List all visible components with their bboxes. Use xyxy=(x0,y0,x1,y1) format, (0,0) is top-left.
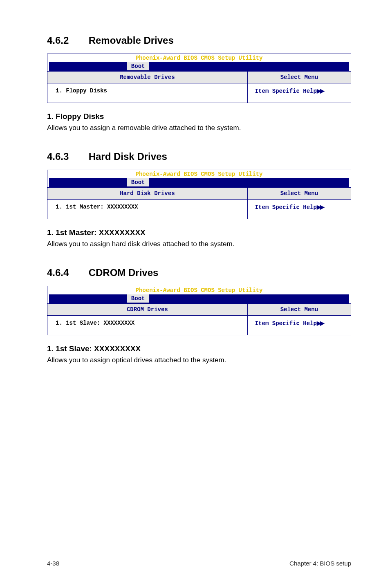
help-label: Item Specific Help xyxy=(255,88,317,94)
bios-tab-boot: Boot xyxy=(127,294,149,303)
bios-right-column: Select Menu Item Specific Help▶▶ xyxy=(248,72,351,103)
arrows-icon: ▶▶ xyxy=(317,204,323,210)
section-heading: 4.6.3 Hard Disk Drives xyxy=(47,151,351,162)
bios-columns: Removable Drives 1. Floppy Disks Select … xyxy=(47,71,351,103)
bios-columns: Hard Disk Drives 1. 1st Master: XXXXXXXX… xyxy=(47,187,351,219)
description-text: Allows you to assign a removable drive a… xyxy=(47,123,351,133)
help-label: Item Specific Help xyxy=(255,320,317,327)
bios-right-header: Select Menu xyxy=(248,304,351,316)
bios-left-body: 1. 1st Slave: XXXXXXXXX xyxy=(47,316,247,334)
bios-right-header: Select Menu xyxy=(248,188,351,200)
chapter-label: Chapter 4: BIOS setup xyxy=(289,560,351,567)
bios-utility-title: Phoenix-Award BIOS CMOS Setup Utility xyxy=(47,170,351,177)
help-label: Item Specific Help xyxy=(255,204,317,211)
description-text: Allows you to assign optical drives atta… xyxy=(47,356,351,365)
bios-left-body: 1. Floppy Disks xyxy=(47,83,247,102)
bios-tab-boot: Boot xyxy=(127,178,149,186)
bios-screenshot-removable: Phoenix-Award BIOS CMOS Setup Utility Bo… xyxy=(47,54,351,103)
bios-tab-boot: Boot xyxy=(127,62,149,70)
section-number: 4.6.3 xyxy=(47,151,86,162)
page-footer: 4-38 Chapter 4: BIOS setup xyxy=(47,558,351,567)
bios-tab-row: Boot xyxy=(49,178,349,187)
bios-left-body: 1. 1st Master: XXXXXXXXX xyxy=(47,200,247,218)
section-title: CDROM Drives xyxy=(89,267,159,278)
section-heading: 4.6.4 CDROM Drives xyxy=(47,267,351,278)
bios-right-body: Item Specific Help▶▶ xyxy=(248,83,351,103)
page-number: 4-38 xyxy=(47,560,59,567)
bios-left-header: Hard Disk Drives xyxy=(47,188,247,200)
bios-right-body: Item Specific Help▶▶ xyxy=(248,200,351,219)
sub-heading: 1. Floppy Disks xyxy=(47,112,351,121)
bios-columns: CDROM Drives 1. 1st Slave: XXXXXXXXX Sel… xyxy=(47,303,351,335)
description-text: Allows you to assign hard disk drives at… xyxy=(47,240,351,249)
section-number: 4.6.4 xyxy=(47,267,86,278)
section-number: 4.6.2 xyxy=(47,35,86,46)
bios-tab-row: Boot xyxy=(49,62,349,71)
bios-utility-title: Phoenix-Award BIOS CMOS Setup Utility xyxy=(47,286,351,294)
bios-right-column: Select Menu Item Specific Help▶▶ xyxy=(248,304,351,335)
bios-left-column: Hard Disk Drives 1. 1st Master: XXXXXXXX… xyxy=(47,188,248,219)
section-heading: 4.6.2 Removable Drives xyxy=(47,35,351,46)
bios-right-header: Select Menu xyxy=(248,72,351,83)
section-title: Hard Disk Drives xyxy=(89,151,167,162)
arrows-icon: ▶▶ xyxy=(317,320,323,326)
bios-left-column: Removable Drives 1. Floppy Disks xyxy=(47,72,248,103)
bios-left-header: CDROM Drives xyxy=(47,304,247,316)
bios-utility-title: Phoenix-Award BIOS CMOS Setup Utility xyxy=(47,54,351,61)
arrows-icon: ▶▶ xyxy=(317,88,323,94)
bios-left-header: Removable Drives xyxy=(47,72,247,83)
sub-heading: 1. 1st Slave: XXXXXXXXX xyxy=(47,344,351,353)
sub-heading: 1. 1st Master: XXXXXXXXX xyxy=(47,228,351,237)
bios-tab-row: Boot xyxy=(49,294,349,303)
bios-right-column: Select Menu Item Specific Help▶▶ xyxy=(248,188,351,219)
bios-screenshot-cdrom: Phoenix-Award BIOS CMOS Setup Utility Bo… xyxy=(47,286,351,335)
section-title: Removable Drives xyxy=(89,35,174,46)
bios-right-body: Item Specific Help▶▶ xyxy=(248,316,351,335)
bios-left-column: CDROM Drives 1. 1st Slave: XXXXXXXXX xyxy=(47,304,248,335)
bios-screenshot-harddisk: Phoenix-Award BIOS CMOS Setup Utility Bo… xyxy=(47,170,351,219)
